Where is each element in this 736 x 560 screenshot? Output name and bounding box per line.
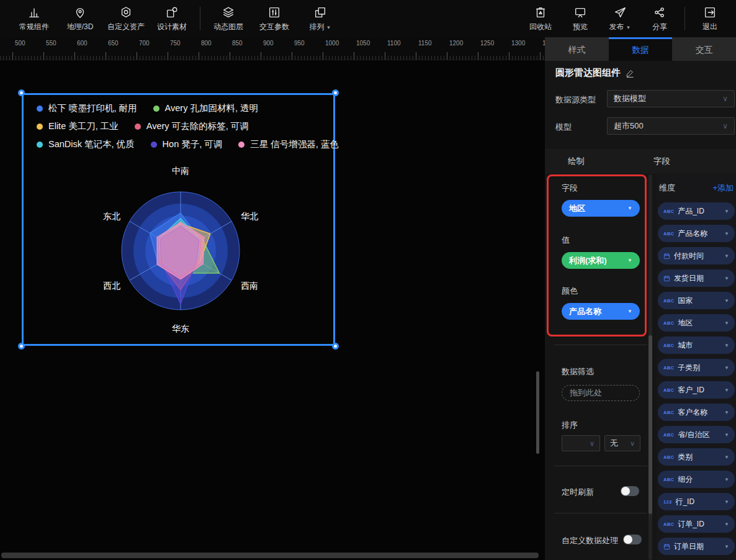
ruler-number: 800 bbox=[201, 40, 212, 47]
text-type-icon: ABC bbox=[663, 365, 674, 371]
tab-data[interactable]: 数据 bbox=[609, 37, 673, 61]
dimension-pill[interactable]: ABC子类别▼ bbox=[658, 359, 735, 376]
calendar-icon bbox=[663, 543, 670, 550]
dimension-pill[interactable]: ABC客户_ID▼ bbox=[658, 381, 735, 399]
dimension-pill[interactable]: ABC产品_ID▼ bbox=[658, 202, 735, 220]
dimension-pill[interactable]: ABC省/自治区▼ bbox=[658, 426, 735, 443]
dimension-pill[interactable]: 订单日期▼ bbox=[658, 538, 735, 555]
radar-axis-label: 华北 bbox=[241, 211, 258, 221]
custom-data-toggle[interactable] bbox=[623, 535, 642, 544]
toolbar-button-exit[interactable]: 退出 bbox=[690, 6, 730, 32]
toolbar-label: 常规组件 bbox=[19, 22, 49, 32]
bar-chart-icon bbox=[27, 6, 41, 19]
chevron-down-icon: ▼ bbox=[326, 25, 331, 30]
radar-axis-label: 东北 bbox=[103, 211, 120, 221]
dimension-pill[interactable]: 123行_ID▼ bbox=[658, 493, 735, 510]
chevron-down-icon: ▼ bbox=[627, 205, 632, 211]
dimension-pill[interactable]: 付款时间▼ bbox=[658, 247, 735, 264]
design-canvas[interactable]: 松下 喷墨打印机, 耐用Avery 孔加固材料, 透明Elite 美工刀, 工业… bbox=[0, 60, 545, 560]
ruler-tick bbox=[354, 52, 354, 60]
dimension-pill[interactable]: ABC城市▼ bbox=[658, 336, 735, 354]
field-dropdown[interactable]: 地区 ▼ bbox=[562, 200, 640, 217]
dimension-pill[interactable]: ABC产品名称▼ bbox=[658, 225, 735, 242]
toolbar-button-preview[interactable]: 预览 bbox=[560, 6, 600, 32]
ruler-number: 1100 bbox=[387, 40, 401, 47]
subtab-fields[interactable]: 字段 bbox=[653, 156, 670, 167]
toolbar-button-share[interactable]: 分享 bbox=[640, 6, 680, 32]
filter-drop-zone[interactable]: 拖到此处 bbox=[562, 385, 640, 401]
text-type-icon: ABC bbox=[663, 387, 674, 393]
toolbar-button-arrange[interactable]: 排列▼ bbox=[297, 6, 343, 32]
dimension-pill[interactable]: ABC地区▼ bbox=[658, 314, 735, 332]
tab-style[interactable]: 样式 bbox=[545, 37, 609, 61]
toolbar-button-geo-3d[interactable]: 地理/3D bbox=[57, 6, 103, 32]
toolbar-button-custom-assets[interactable]: 自定义资产 bbox=[103, 6, 149, 32]
dimension-label: 订单日期 bbox=[674, 541, 704, 552]
custom-data-label: 自定义数据处理 bbox=[562, 535, 618, 546]
field-section-label: 字段 bbox=[562, 183, 578, 194]
ruler-number: 1000 bbox=[325, 40, 339, 47]
auto-refresh-toggle[interactable] bbox=[621, 486, 639, 496]
chevron-down-icon: ∨ bbox=[722, 94, 728, 103]
dimension-pill[interactable]: ABC订单_ID▼ bbox=[658, 515, 735, 533]
dimension-pill[interactable]: 发货日期▼ bbox=[658, 269, 735, 287]
add-dimension-button[interactable]: +添加 bbox=[712, 183, 734, 194]
sort-label: 排序 bbox=[562, 420, 578, 431]
dimension-pill[interactable]: ABC国家▼ bbox=[658, 292, 735, 309]
tab-interaction[interactable]: 交互 bbox=[672, 37, 736, 61]
color-dropdown[interactable]: 产品名称 ▼ bbox=[562, 303, 640, 320]
ruler-tick bbox=[137, 52, 137, 60]
horizontal-ruler: 5005506006507007508008509009501000105011… bbox=[0, 37, 545, 60]
dimension-header: 维度 +添加 bbox=[659, 183, 734, 194]
dimension-label: 客户_ID bbox=[678, 385, 704, 395]
sort-field-select[interactable]: ∨ bbox=[562, 435, 600, 451]
radar-axis-label: 中南 bbox=[172, 166, 189, 176]
canvas-horizontal-scrollbar[interactable] bbox=[1, 553, 539, 558]
ruler-tick bbox=[540, 52, 541, 60]
dimension-pill[interactable]: ABC客户名称▼ bbox=[658, 404, 735, 421]
ruler-number: 500 bbox=[15, 40, 25, 47]
chevron-down-icon: ▼ bbox=[724, 343, 729, 348]
edit-pencil-icon[interactable] bbox=[626, 69, 634, 78]
toolbar-button-dynamic-layers[interactable]: 动态图层 bbox=[205, 6, 251, 32]
hexagon-icon bbox=[119, 6, 133, 19]
scrollbar-thumb[interactable] bbox=[648, 335, 652, 514]
chevron-down-icon: ▼ bbox=[724, 231, 729, 237]
chevron-down-icon: ▼ bbox=[724, 544, 729, 549]
ruler-number: 850 bbox=[232, 40, 243, 47]
toolbar-divider bbox=[684, 7, 685, 30]
toolbar-button-regular-components[interactable]: 常规组件 bbox=[11, 6, 57, 32]
canvas-vertical-scrollbar[interactable] bbox=[536, 371, 539, 454]
component-title: 圆形雷达图组件 bbox=[555, 67, 621, 79]
model-select[interactable]: 超市500 ∨ bbox=[607, 117, 735, 135]
ruler-number: 900 bbox=[263, 40, 274, 47]
toolbar-label: 预览 bbox=[573, 22, 588, 32]
toolbar-label: 发布▼ bbox=[609, 22, 631, 32]
radar-axis-label: 西南 bbox=[241, 281, 258, 291]
sliders-icon bbox=[267, 6, 281, 19]
subtab-draw[interactable]: 绘制 bbox=[568, 156, 585, 167]
number-type-icon: 123 bbox=[663, 499, 671, 505]
toolbar-button-interaction-params[interactable]: 交互参数 bbox=[251, 6, 297, 32]
text-type-icon: ABC bbox=[663, 320, 674, 326]
sort-order-select[interactable]: 无 ∨ bbox=[604, 435, 640, 451]
text-type-icon: ABC bbox=[663, 231, 674, 237]
dimension-pill[interactable]: ABC细分▼ bbox=[658, 471, 735, 488]
layers-icon bbox=[222, 6, 235, 19]
toolbar-left-group: 常规组件 地理/3D 自定义资产 设计素材 bbox=[11, 6, 343, 32]
chevron-down-icon: ▼ bbox=[724, 499, 729, 505]
dimension-label: 城市 bbox=[678, 340, 693, 351]
ruler-tick bbox=[199, 52, 199, 60]
toolbar-button-design-assets[interactable]: 设计素材 bbox=[149, 6, 195, 32]
dimension-pill[interactable]: ABC类别▼ bbox=[658, 448, 735, 466]
value-dropdown[interactable]: 利润(求和) ▼ bbox=[562, 252, 640, 269]
datasource-type-select[interactable]: 数据模型 ∨ bbox=[607, 90, 735, 107]
toolbar-button-recycle-bin[interactable]: 回收站 bbox=[521, 6, 560, 32]
dimension-label: 地区 bbox=[678, 318, 693, 328]
panel-vertical-scrollbar[interactable] bbox=[648, 174, 652, 560]
chevron-down-icon: ▼ bbox=[724, 522, 729, 527]
radar-chart-component[interactable]: 松下 喷墨打印机, 耐用Avery 孔加固材料, 透明Elite 美工刀, 工业… bbox=[22, 93, 335, 346]
section-divider bbox=[554, 513, 647, 513]
toolbar-button-publish[interactable]: 发布▼ bbox=[600, 6, 640, 32]
dimension-label: 发货日期 bbox=[674, 273, 704, 284]
